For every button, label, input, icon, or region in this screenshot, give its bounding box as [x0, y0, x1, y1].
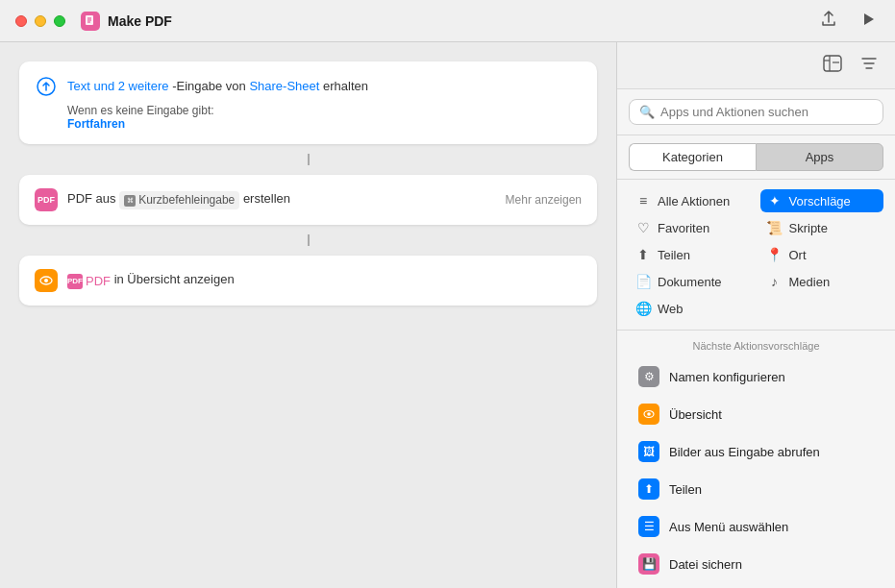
suggestion-bilder[interactable]: 🖼 Bilder aus Eingabe abrufen — [625, 433, 887, 470]
cat-dokumente-label: Dokumente — [658, 275, 721, 289]
card-show-overview: PDF PDF in Übersicht anzeigen — [19, 256, 597, 306]
suggestion-bilder-label: Bilder aus Eingabe abrufen — [669, 445, 820, 459]
sidebar-toolbar — [617, 42, 895, 89]
suggestion-datei-sichern-label: Datei sichern — [669, 557, 742, 572]
teilen-action-icon: ⬆ — [638, 478, 659, 500]
medien-icon: ♪ — [766, 274, 783, 289]
cat-vorschlaege-label: Vorschläge — [789, 194, 851, 208]
sidebar: 🔍 Kategorien Apps ≡ Alle Aktionen ✦ Vors… — [616, 42, 895, 588]
card3-post-text: in Übersicht anzeigen — [114, 272, 235, 286]
datei-sichern-icon: 💾 — [638, 553, 659, 575]
cat-dokumente[interactable]: 📄 Dokumente — [629, 270, 753, 293]
cat-alle-aktionen[interactable]: ≡ Alle Aktionen — [629, 189, 753, 212]
cat-skripte[interactable]: 📜 Skripte — [760, 216, 884, 239]
svg-marker-4 — [864, 13, 874, 25]
cat-medien[interactable]: ♪ Medien — [760, 270, 884, 293]
app-icon — [81, 12, 100, 31]
title-bar: Make PDF — [0, 0, 895, 42]
tab-apps[interactable]: Apps — [756, 143, 883, 171]
suggestion-teilen-label: Teilen — [669, 482, 702, 497]
svg-point-16 — [647, 412, 651, 416]
connector-1 — [19, 154, 597, 165]
card2-pre-text: PDF aus — [67, 191, 119, 206]
card3-text: PDF PDF in Übersicht anzeigen — [67, 271, 582, 290]
suggestion-teilen[interactable]: ⬆ Teilen — [625, 471, 887, 507]
run-button[interactable] — [857, 8, 880, 35]
suggestion-aus-menue-label: Aus Menü auswählen — [669, 520, 788, 534]
alle-aktionen-icon: ≡ — [634, 193, 652, 208]
cat-favoriten[interactable]: ♡ Favoriten — [629, 216, 753, 239]
sidebar-filter-button[interactable] — [857, 52, 882, 79]
app-title: Make PDF — [108, 13, 816, 29]
card2-text: PDF aus ⌘ Kurzbefehleingabe erstellen — [67, 190, 486, 209]
card1-input-link[interactable]: Text und 2 weitere — [67, 79, 169, 93]
traffic-lights — [15, 15, 65, 27]
cat-ort-label: Ort — [789, 248, 807, 262]
sidebar-library-button[interactable] — [820, 52, 845, 79]
tab-kategorien[interactable]: Kategorien — [629, 143, 756, 171]
minimize-button[interactable] — [35, 15, 46, 27]
card-create-pdf: PDF PDF aus ⌘ Kurzbefehleingabe erstelle… — [19, 175, 597, 225]
card1-subtext: Wenn es keine Eingabe gibt: Fortfahren — [67, 104, 582, 131]
cat-skripte-label: Skripte — [789, 221, 828, 235]
main-container: Text und 2 weitere -Eingabe von Share-Sh… — [0, 42, 895, 588]
suggestion-namen-label: Namen konfigurieren — [669, 370, 785, 384]
teilen-icon: ⬆ — [634, 247, 652, 262]
card3-pdf-icon: PDF — [67, 274, 83, 289]
svg-rect-8 — [824, 56, 841, 71]
cat-alle-label: Alle Aktionen — [658, 194, 730, 208]
close-button[interactable] — [15, 15, 27, 27]
uebersicht-icon — [638, 404, 659, 425]
card3-pdf-pill: PDF PDF — [67, 273, 111, 290]
workflow-area: Text und 2 weitere -Eingabe von Share-Sh… — [0, 42, 616, 588]
svg-point-7 — [44, 279, 48, 282]
card1-mid-text: -Eingabe von — [172, 79, 249, 93]
card1-text: Text und 2 weitere -Eingabe von Share-Sh… — [67, 78, 582, 95]
namen-konfigurieren-icon: ⚙ — [638, 366, 659, 387]
title-actions — [816, 7, 880, 36]
aus-menue-icon: ☰ — [638, 516, 659, 537]
search-input[interactable] — [660, 105, 873, 119]
suggestion-aus-menue[interactable]: ☰ Aus Menü auswählen — [625, 508, 887, 545]
share-button[interactable] — [816, 7, 841, 36]
suggestion-uebersicht[interactable]: Übersicht — [625, 396, 887, 432]
search-input-wrap: 🔍 — [629, 99, 883, 125]
card1-share-link[interactable]: Share-Sheet — [249, 79, 319, 93]
suggestions-header: Nächste Aktionsvorschläge — [617, 331, 895, 357]
pdf-icon: PDF — [35, 188, 58, 211]
skripte-icon: 📜 — [766, 220, 783, 235]
suggestion-namen-konfigurieren[interactable]: ⚙ Namen konfigurieren — [625, 358, 887, 395]
cat-favoriten-label: Favoriten — [658, 221, 709, 235]
dokumente-icon: 📄 — [634, 274, 652, 289]
cat-teilen-label: Teilen — [658, 248, 690, 262]
cat-teilen[interactable]: ⬆ Teilen — [629, 243, 753, 266]
favoriten-icon: ♡ — [634, 220, 652, 235]
suggestion-datei-sichern[interactable]: 💾 Datei sichern — [625, 546, 887, 582]
category-grid: ≡ Alle Aktionen ✦ Vorschläge ♡ Favoriten… — [617, 180, 895, 331]
mehr-anzeigen-link[interactable]: Mehr anzeigen — [496, 193, 582, 207]
cat-ort[interactable]: 📍 Ort — [760, 243, 884, 266]
cat-vorschlaege[interactable]: ✦ Vorschläge — [760, 189, 884, 212]
card3-pdf-label: PDF — [86, 273, 111, 290]
tab-row: Kategorien Apps — [617, 135, 895, 180]
card2-post-text: erstellen — [243, 191, 290, 206]
web-icon: 🌐 — [634, 301, 652, 316]
card1-sub-label: Wenn es keine Eingabe gibt: — [67, 104, 214, 117]
suggestions-section: Nächste Aktionsvorschläge ⚙ Namen konfig… — [617, 331, 895, 588]
bilder-icon: 🖼 — [638, 441, 659, 462]
cat-medien-label: Medien — [789, 275, 831, 289]
cat-web[interactable]: 🌐 Web — [629, 297, 753, 320]
cat-web-label: Web — [658, 302, 684, 316]
search-icon: 🔍 — [639, 105, 655, 119]
suggestion-uebersicht-label: Übersicht — [669, 407, 722, 422]
vorschlaege-icon: ✦ — [766, 193, 783, 208]
kurz-pill[interactable]: ⌘ Kurzbefehleingabe — [119, 191, 239, 209]
card1-fortfahren-link[interactable]: Fortfahren — [67, 117, 125, 131]
maximize-button[interactable] — [54, 15, 65, 27]
suggestion-liste[interactable]: ☰ Liste — [625, 583, 887, 588]
upload-icon — [35, 75, 58, 98]
eye-icon — [35, 269, 58, 292]
card1-end-text: erhalten — [323, 79, 368, 93]
ort-icon: 📍 — [766, 247, 783, 262]
card-receive-input: Text und 2 weitere -Eingabe von Share-Sh… — [19, 61, 597, 144]
